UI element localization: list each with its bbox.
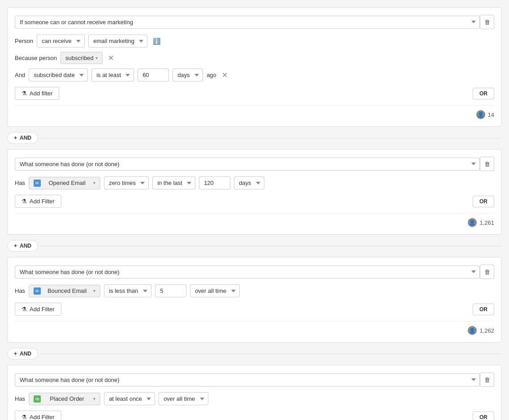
block3-header: What someone has done (or not done) 🗑 bbox=[15, 265, 494, 279]
has-row-block4: Has 🛍 Placed Order ▾ at least once over … bbox=[15, 392, 494, 405]
main-dropdown-block1[interactable]: If someone can or cannot receive marketi… bbox=[15, 16, 480, 29]
has-row-block3: Has ✉ Bounced Email ▾ is less than over … bbox=[15, 284, 494, 297]
add-filter-button-block4[interactable]: ⚗ Add Filter bbox=[15, 411, 61, 420]
days-unit-dropdown[interactable]: days bbox=[173, 69, 203, 81]
subscribed-label: subscribed bbox=[65, 55, 94, 61]
event-label-block2: Opened Email bbox=[48, 180, 85, 186]
condition-block-4: What someone has done (or not done) 🗑 Ha… bbox=[7, 365, 502, 420]
can-receive-dropdown[interactable]: can receive bbox=[37, 34, 85, 47]
event-dropdown-block2[interactable]: ✉ Opened Email ▾ bbox=[29, 177, 100, 189]
block1-header: If someone can or cannot receive marketi… bbox=[15, 15, 494, 29]
person-count-block2: 👤 1,261 bbox=[468, 218, 494, 227]
frequency-dropdown-block3[interactable]: is less than bbox=[104, 284, 151, 297]
filter-icon-4: ⚗ bbox=[22, 414, 27, 420]
main-dropdown-block3[interactable]: What someone has done (or not done) bbox=[15, 266, 480, 279]
chevron-icon-block4: ▾ bbox=[93, 396, 95, 401]
email-icon-block3: ✉ bbox=[34, 287, 41, 295]
delete-button-block3[interactable]: 🗑 bbox=[480, 265, 494, 279]
info-button[interactable]: ℹ️ bbox=[151, 38, 162, 45]
delete-button-block2[interactable]: 🗑 bbox=[480, 157, 494, 171]
condition-block-2: What someone has done (or not done) 🗑 Ha… bbox=[7, 149, 502, 235]
plus-icon-1: + bbox=[14, 135, 17, 141]
event-dropdown-block4[interactable]: 🛍 Placed Order ▾ bbox=[29, 393, 100, 405]
block4-actions: ⚗ Add Filter OR bbox=[15, 411, 494, 420]
delete-button-block4[interactable]: 🗑 bbox=[480, 373, 494, 387]
person-icon-block3: 👤 bbox=[468, 326, 477, 335]
frequency-dropdown-block2[interactable]: zero times bbox=[104, 176, 149, 189]
because-person-row: Because person subscribed ▾ ✕ bbox=[15, 52, 494, 64]
time-range-dropdown-block3[interactable]: over all time bbox=[190, 284, 240, 297]
frequency-dropdown-block4[interactable]: at least once bbox=[104, 392, 155, 405]
add-filter-button-block2[interactable]: ⚗ Add Filter bbox=[15, 195, 61, 208]
trash-icon-3: 🗑 bbox=[484, 269, 490, 275]
add-filter-button-block1[interactable]: ⚗ Add filter bbox=[15, 87, 59, 100]
time-value-input-block3[interactable] bbox=[155, 284, 186, 297]
is-at-least-dropdown[interactable]: is at least bbox=[91, 69, 134, 81]
or-button-block2[interactable]: OR bbox=[473, 196, 494, 207]
has-row-block2: Has ✉ Opened Email ▾ zero times in the l… bbox=[15, 176, 494, 189]
main-dropdown-block2[interactable]: What someone has done (or not done) bbox=[15, 158, 480, 171]
block4-header: What someone has done (or not done) 🗑 bbox=[15, 373, 494, 387]
has-label-block4: Has bbox=[15, 395, 25, 402]
plus-icon-3: + bbox=[14, 351, 17, 357]
email-marketing-dropdown[interactable]: email marketing bbox=[88, 34, 147, 47]
block2-header: What someone has done (or not done) 🗑 bbox=[15, 157, 494, 171]
person-count-block3: 👤 1,262 bbox=[468, 326, 494, 335]
time-range-dropdown-block4[interactable]: over all time bbox=[159, 392, 208, 405]
or-button-block1[interactable]: OR bbox=[473, 88, 494, 99]
person-count-block1: 👤 14 bbox=[476, 110, 494, 119]
filter-icon: ⚗ bbox=[22, 90, 27, 97]
subscribed-date-dropdown[interactable]: subscribed date bbox=[29, 69, 88, 81]
count-label-block1: 14 bbox=[488, 111, 494, 118]
time-value-input-block2[interactable] bbox=[199, 176, 230, 189]
delete-button-block1[interactable]: 🗑 bbox=[480, 15, 494, 29]
add-filter-button-block3[interactable]: ⚗ Add Filter bbox=[15, 303, 61, 316]
block3-actions: ⚗ Add Filter OR bbox=[15, 303, 494, 316]
remove-subscribed-button[interactable]: ✕ bbox=[106, 54, 116, 62]
and-filter-row: And subscribed date is at least days ago… bbox=[15, 69, 494, 81]
person-label: Person bbox=[15, 38, 33, 44]
event-label-block3: Bounced Email bbox=[47, 287, 86, 294]
order-icon-block4: 🛍 bbox=[34, 395, 41, 403]
plus-icon-2: + bbox=[14, 243, 17, 249]
person-icon-block1: 👤 bbox=[476, 110, 485, 119]
time-range-dropdown-block2[interactable]: in the last bbox=[152, 176, 195, 189]
person-icon-block2: 👤 bbox=[468, 218, 477, 227]
event-label-block4: Placed Order bbox=[50, 395, 84, 402]
time-unit-dropdown-block2[interactable]: days bbox=[234, 176, 264, 189]
filter-icon-2: ⚗ bbox=[22, 198, 27, 205]
ago-label: ago bbox=[207, 72, 216, 78]
and-connector-1[interactable]: + AND bbox=[7, 132, 38, 144]
trash-icon-2: 🗑 bbox=[484, 161, 490, 167]
remove-date-filter-button[interactable]: ✕ bbox=[220, 71, 229, 79]
condition-block-3: What someone has done (or not done) 🗑 Ha… bbox=[7, 257, 502, 343]
count-label-block3: 1,262 bbox=[479, 327, 494, 334]
trash-icon-4: 🗑 bbox=[484, 377, 490, 383]
block2-actions: ⚗ Add Filter OR bbox=[15, 195, 494, 208]
info-icon: ℹ️ bbox=[153, 38, 160, 45]
because-person-label: Because person bbox=[15, 55, 57, 61]
subscribed-dropdown[interactable]: subscribed ▾ bbox=[60, 52, 103, 64]
main-dropdown-block4[interactable]: What someone has done (or not done) bbox=[15, 373, 480, 386]
has-label-block2: Has bbox=[15, 180, 25, 186]
has-label-block3: Has bbox=[15, 287, 25, 294]
or-button-block4[interactable]: OR bbox=[473, 411, 494, 420]
block3-footer: 👤 1,262 bbox=[15, 321, 494, 335]
days-value-input[interactable] bbox=[138, 69, 169, 81]
chevron-icon-block2: ▾ bbox=[93, 180, 95, 185]
and-connector-3[interactable]: + AND bbox=[7, 348, 38, 360]
email-icon-block2: ✉ bbox=[34, 180, 41, 187]
person-row: Person can receive email marketing ℹ️ bbox=[15, 34, 494, 47]
block1-actions: ⚗ Add filter OR bbox=[15, 87, 494, 100]
block1-footer: 👤 14 bbox=[15, 105, 494, 119]
condition-block-1: If someone can or cannot receive marketi… bbox=[7, 7, 502, 127]
block2-footer: 👤 1,261 bbox=[15, 213, 494, 227]
filter-icon-3: ⚗ bbox=[22, 306, 27, 313]
and-connector-2[interactable]: + AND bbox=[7, 240, 38, 252]
chevron-down-icon: ▾ bbox=[95, 56, 98, 60]
chevron-icon-block3: ▾ bbox=[93, 288, 95, 293]
trash-icon: 🗑 bbox=[484, 19, 490, 26]
or-button-block3[interactable]: OR bbox=[473, 304, 494, 315]
count-label-block2: 1,261 bbox=[479, 219, 494, 226]
event-dropdown-block3[interactable]: ✉ Bounced Email ▾ bbox=[29, 285, 100, 297]
